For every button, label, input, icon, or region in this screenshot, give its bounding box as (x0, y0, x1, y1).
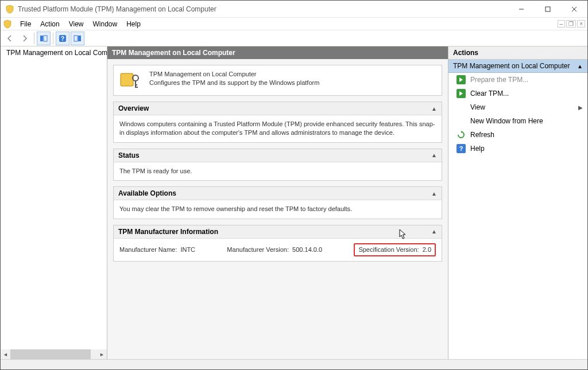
separator (53, 33, 53, 44)
cursor-icon (399, 229, 407, 240)
tpm-mmc-window: Trusted Platform Module (TPM) Management… (0, 0, 588, 370)
maximize-button[interactable] (535, 1, 561, 18)
svg-rect-4 (40, 36, 43, 41)
actions-pane: Actions TPM Management on Local Computer… (448, 46, 587, 359)
center-body: TPM Management on Local Computer Configu… (107, 59, 448, 359)
collapse-icon: ▲ (431, 152, 437, 158)
menu-view[interactable]: View (64, 19, 88, 29)
arrow-right-icon (457, 75, 466, 84)
manufacturer-title: TPM Manufacturer Information (118, 228, 431, 236)
status-body: The TPM is ready for use. (114, 162, 442, 180)
status-header[interactable]: Status ▲ (114, 149, 442, 162)
app-icon (5, 5, 14, 14)
svg-rect-1 (546, 7, 550, 11)
spec-version-label: Specification Version: (358, 246, 419, 253)
tree-root-label: TPM Management on Local Comp (6, 49, 107, 57)
collapse-icon: ▲ (577, 63, 583, 69)
manufacturer-header[interactable]: TPM Manufacturer Information ▲ (114, 225, 442, 239)
manufacturer-panel: TPM Manufacturer Information ▲ Manufactu… (113, 225, 442, 262)
forward-button[interactable] (18, 32, 32, 45)
statusbar (1, 359, 587, 369)
action-refresh-label: Refresh (470, 131, 494, 139)
mfr-version-label: Manufacturer Version: (227, 246, 289, 253)
show-hide-tree-button[interactable] (37, 32, 51, 45)
show-hide-action-pane-button[interactable] (71, 32, 84, 45)
actions-header: Actions (448, 46, 587, 60)
overview-body: Windows computers containing a Trusted P… (114, 115, 442, 142)
action-refresh[interactable]: Refresh (448, 128, 587, 142)
tree-root-item[interactable]: TPM Management on Local Comp (1, 46, 107, 59)
action-clear-label: Clear TPM... (470, 89, 509, 98)
mdi-minimize-icon[interactable]: – (558, 20, 566, 28)
overview-title: Overview (118, 104, 431, 112)
intro-title: TPM Management on Local Computer (149, 70, 319, 79)
options-title: Available Options (118, 189, 431, 197)
action-view-label: View (470, 103, 485, 111)
action-prepare-tpm: Prepare the TPM... (448, 73, 587, 87)
tree-pane: TPM Management on Local Comp ◄ ► (1, 46, 107, 359)
collapse-icon: ▲ (431, 228, 437, 235)
action-help-label: Help (470, 145, 485, 153)
center-pane: TPM Management on Local Computer TPM Man… (107, 46, 448, 359)
arrow-right-icon (457, 89, 466, 98)
help-button[interactable]: ? (56, 32, 69, 45)
action-prepare-label: Prepare the TPM... (470, 76, 528, 84)
status-panel: Status ▲ The TPM is ready for use. (113, 149, 442, 181)
svg-rect-5 (44, 36, 47, 41)
menu-action[interactable]: Action (36, 19, 64, 29)
options-body: You may clear the TPM to remove ownershi… (114, 200, 442, 218)
menu-help[interactable]: Help (122, 19, 145, 29)
svg-rect-12 (121, 73, 133, 86)
action-clear-tpm[interactable]: Clear TPM... (448, 87, 587, 100)
menu-window[interactable]: Window (88, 19, 122, 29)
menu-file[interactable]: File (16, 19, 36, 29)
svg-text:?: ? (459, 145, 463, 152)
center-header: TPM Management on Local Computer (107, 46, 448, 59)
menubar: File Action View Window Help – ❐ × (1, 18, 587, 30)
help-icon: ? (457, 144, 466, 153)
mdi-close-icon[interactable]: × (577, 20, 585, 28)
overview-header[interactable]: Overview ▲ (114, 102, 442, 115)
svg-rect-9 (78, 36, 81, 41)
spec-highlight: Specification Version: 2.0 (354, 243, 436, 256)
refresh-icon (457, 130, 466, 139)
svg-text:?: ? (61, 36, 64, 42)
action-new-window[interactable]: New Window from Here (448, 114, 587, 128)
action-view[interactable]: View ▶ (448, 100, 587, 114)
toolbar: ? (1, 30, 587, 46)
key-chip-icon (119, 70, 142, 91)
blank-icon (457, 103, 466, 112)
spec-version-value: 2.0 (423, 246, 431, 253)
minimize-button[interactable] (508, 1, 535, 18)
collapse-icon: ▲ (431, 190, 437, 197)
window-title: Trusted Platform Module (TPM) Management… (18, 5, 508, 13)
mfr-name-label: Manufacturer Name: (119, 246, 177, 253)
intro-panel: TPM Management on Local Computer Configu… (113, 65, 442, 96)
mfr-name-value: INTC (180, 246, 195, 253)
options-header[interactable]: Available Options ▲ (114, 187, 442, 200)
mfr-version-value: 500.14.0.0 (292, 246, 322, 253)
actions-context-header[interactable]: TPM Management on Local Computer ▲ (448, 60, 587, 73)
actions-context-label: TPM Management on Local Computer (453, 62, 577, 70)
hscroll-thumb[interactable] (10, 349, 91, 359)
console-icon (3, 20, 12, 29)
blank-icon (457, 116, 466, 126)
svg-rect-8 (74, 36, 78, 41)
collapse-icon: ▲ (431, 106, 437, 112)
intro-desc: Configures the TPM and its support by th… (149, 79, 319, 87)
overview-panel: Overview ▲ Windows computers containing … (113, 102, 442, 143)
back-button[interactable] (3, 32, 17, 45)
action-new-window-label: New Window from Here (470, 117, 543, 125)
mdi-restore-icon[interactable]: ❐ (566, 20, 576, 28)
scroll-left-arrow[interactable]: ◄ (1, 349, 10, 359)
scroll-right-arrow[interactable]: ► (97, 349, 107, 359)
titlebar: Trusted Platform Module (TPM) Management… (1, 1, 587, 18)
body: TPM Management on Local Comp ◄ ► TPM Man… (1, 46, 587, 359)
options-panel: Available Options ▲ You may clear the TP… (113, 186, 442, 219)
action-help[interactable]: ? Help (448, 142, 587, 155)
separator (34, 33, 34, 44)
status-title: Status (118, 151, 431, 159)
chevron-right-icon: ▶ (578, 104, 583, 111)
close-button[interactable] (561, 1, 587, 18)
tree-hscrollbar[interactable]: ◄ ► (1, 349, 107, 359)
